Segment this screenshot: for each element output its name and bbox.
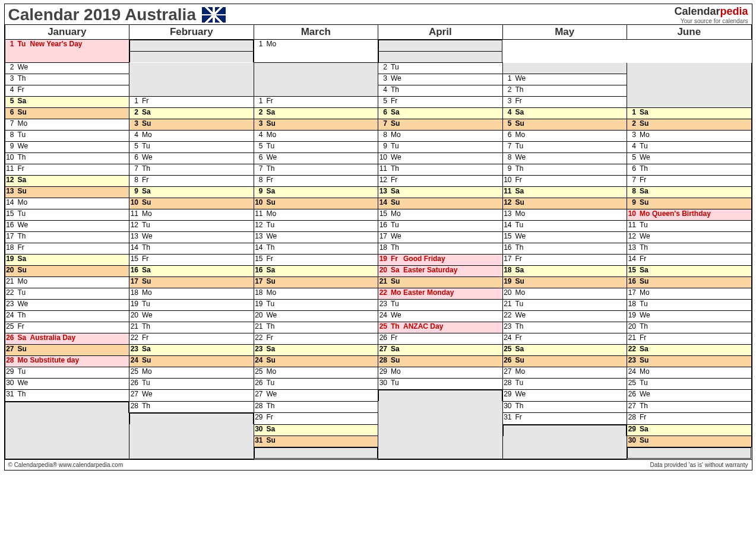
- day-cell: 3We: [378, 74, 503, 85]
- day-cell: 11Tu: [627, 221, 752, 232]
- empty-cell: [254, 74, 378, 85]
- empty-cell: [502, 436, 627, 447]
- day-cell: 22Fr: [129, 333, 254, 345]
- day-cell: 5Su: [502, 119, 627, 131]
- day-cell: 1TuNew Year's Day: [5, 40, 129, 63]
- day-cell: 11Mo: [254, 209, 378, 221]
- day-cell: 4Fr: [5, 85, 129, 97]
- day-cell: 8Mo: [378, 131, 503, 142]
- empty-cell: [129, 51, 254, 62]
- footer-left: © Calendarpedia® www.calendarpedia.com: [8, 462, 124, 468]
- day-cell: 24Su: [129, 356, 254, 367]
- day-cell: 13Su: [5, 187, 129, 198]
- empty-cell: [254, 63, 378, 74]
- empty-cell: [378, 401, 503, 413]
- empty-cell: [502, 63, 627, 74]
- day-cell: 26Tu: [254, 379, 378, 390]
- day-cell: 2Tu: [378, 63, 503, 74]
- empty-cell: [129, 63, 254, 74]
- day-cell: 21Tu: [502, 300, 627, 311]
- day-cell: 23We: [5, 300, 129, 311]
- day-cell: 14Fr: [627, 255, 752, 266]
- day-cell: 26Su: [502, 356, 627, 367]
- day-cell: 24Th: [5, 311, 129, 322]
- day-cell: 23Su: [627, 356, 752, 367]
- day-cell: 25ThANZAC Day: [378, 322, 503, 333]
- day-cell: 5Tu: [129, 142, 254, 153]
- day-cell: 13Mo: [502, 209, 627, 221]
- day-cell: 17Th: [5, 232, 129, 243]
- day-cell: 3Mo: [627, 131, 752, 142]
- day-cell: 12Tu: [129, 221, 254, 232]
- day-cell: 29We: [502, 390, 627, 402]
- empty-cell: [378, 424, 503, 436]
- day-cell: 10We: [378, 153, 503, 164]
- day-cell: 30Su: [627, 436, 752, 447]
- day-cell: 25Tu: [627, 379, 752, 390]
- day-cell: 16Sa: [254, 266, 378, 277]
- brand-name-1: Calendar: [674, 5, 720, 17]
- day-cell: 10Th: [5, 153, 129, 164]
- day-cell: 18Fr: [5, 243, 129, 255]
- day-cell: 24We: [378, 311, 503, 322]
- day-cell: 9Sa: [129, 187, 254, 198]
- empty-cell: [5, 447, 129, 459]
- day-cell: 4Mo: [129, 131, 254, 142]
- day-cell: 4Tu: [627, 142, 752, 153]
- day-cell: 3Su: [254, 119, 378, 131]
- empty-cell: [627, 447, 751, 459]
- day-cell: 6Su: [5, 108, 129, 119]
- day-cell: 5Tu: [254, 142, 378, 153]
- month-header: June: [627, 25, 752, 40]
- day-cell: 9Th: [502, 164, 627, 176]
- day-cell: 7Mo: [5, 119, 129, 131]
- day-cell: 8Fr: [254, 176, 378, 187]
- day-cell: 26We: [627, 390, 752, 402]
- day-cell: 26Fr: [378, 333, 503, 345]
- day-cell: 19We: [627, 311, 752, 322]
- day-cell: 9Su: [627, 198, 752, 209]
- day-cell: 8Sa: [627, 187, 752, 198]
- day-cell: 27Th: [627, 401, 752, 413]
- day-cell: 20Su: [5, 266, 129, 277]
- day-cell: 19Tu: [129, 300, 254, 311]
- empty-cell: [627, 97, 752, 108]
- day-cell: 9We: [5, 142, 129, 153]
- day-cell: 30Tu: [378, 379, 503, 390]
- day-cell: 21Th: [254, 322, 378, 333]
- day-cell: 15Tu: [5, 209, 129, 221]
- day-cell: 2Sa: [129, 108, 254, 119]
- empty-cell: [129, 85, 254, 97]
- day-cell: 20SaEaster Saturday: [378, 266, 503, 277]
- empty-cell: [5, 402, 129, 413]
- day-cell: 17Fr: [502, 255, 627, 266]
- empty-cell: [378, 390, 502, 401]
- day-cell: 17Su: [254, 277, 378, 288]
- day-cell: 5Sa: [5, 97, 129, 108]
- day-cell: 27Mo: [502, 367, 627, 379]
- day-cell: 12Su: [502, 198, 627, 209]
- footer-right: Data provided 'as is' without warranty: [650, 462, 748, 468]
- header: Calendar 2019 Australia Calendarpedia Yo…: [5, 4, 752, 24]
- day-cell: 25Mo: [129, 367, 254, 379]
- day-cell: 14Th: [254, 243, 378, 255]
- day-cell: 13Sa: [378, 187, 503, 198]
- month-header: May: [502, 25, 627, 40]
- day-cell: 14Th: [129, 243, 254, 255]
- day-cell: 28Tu: [502, 379, 627, 390]
- day-cell: 14Su: [378, 198, 503, 209]
- day-cell: 24Fr: [502, 333, 627, 345]
- empty-cell: [254, 447, 378, 459]
- day-cell: 12Sa: [5, 176, 129, 187]
- day-cell: 30Sa: [254, 424, 378, 436]
- month-header: February: [129, 25, 254, 40]
- empty-cell: [129, 436, 254, 447]
- day-cell: 14Tu: [502, 221, 627, 232]
- day-cell: 2We: [5, 63, 129, 74]
- empty-cell: [5, 436, 129, 447]
- day-cell: 17Su: [129, 277, 254, 288]
- day-cell: 27We: [129, 390, 254, 402]
- day-cell: 1Mo: [254, 40, 378, 63]
- day-cell: 12Tu: [254, 221, 378, 232]
- empty-cell: [129, 40, 254, 51]
